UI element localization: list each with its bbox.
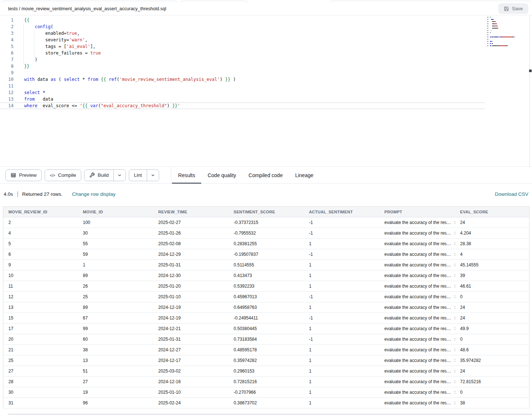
cell-actual_sentiment: 1 [304,377,379,387]
table-row: 15672024-12-19-0.24954411-1evaluate the … [3,313,529,324]
minimap[interactable] [486,16,528,48]
file-tab-partial[interactable] [1,1,178,2]
tab-compiled-code[interactable]: Compiled code [242,167,289,183]
cell-prompt: evaluate the accuracy of the res… [379,281,455,292]
prompt-cell-text: evaluate the accuracy of the res… [385,379,451,384]
prompt-expand-icon[interactable] [453,337,455,341]
table-row: 31962025-02-240.386737021evaluate the ac… [3,398,529,408]
prompt-cell-text: evaluate the accuracy of the res… [385,231,451,236]
cell-movie_id: 30 [78,228,153,239]
cell-actual_sentiment: -1 [304,217,379,228]
prompt-expand-icon[interactable] [453,263,455,267]
prompt-cell-text: evaluate the accuracy of the res… [385,241,451,246]
cell-review_time: 2024-12-29 [153,249,229,260]
cell-movie_id: 27 [78,377,153,387]
cell-eval_score: 49.9 [455,324,529,334]
prompt-cell-text: evaluate the accuracy of the res… [385,220,451,225]
cell-sentiment_score: 0.5114555 [229,260,304,270]
cell-movie_id: 89 [78,302,153,313]
prompt-expand-icon[interactable] [453,380,455,384]
horizontal-scrollbar[interactable] [8,414,532,415]
results-panel: MOVIE_REVIEW_IDMOVIE_IDREVIEW_TIMESENTIM… [0,204,532,415]
cell-actual_sentiment: 1 [304,281,379,292]
prompt-expand-icon[interactable] [453,242,455,246]
cell-actual_sentiment: 1 [304,270,379,281]
prompt-expand-icon[interactable] [453,221,455,224]
lint-button-label: Lint [134,172,142,178]
prompt-expand-icon[interactable] [453,359,455,362]
file-tab-partial[interactable] [329,1,531,2]
lint-button[interactable]: Lint [129,170,147,181]
prompt-expand-icon[interactable] [453,348,455,352]
prompt-expand-icon[interactable] [453,295,455,299]
preview-table-icon [11,172,16,178]
prompt-cell-text: evaluate the accuracy of the res… [385,400,451,405]
breadcrumb: tests / movie_review_sentiment_analysis_… [8,6,166,11]
line-number: 10 [0,77,14,82]
cell-movie_id: 100 [78,217,153,228]
tab-lineage[interactable]: Lineage [289,167,320,183]
cell-prompt: evaluate the accuracy of the res… [379,260,455,270]
prompt-cell-text: evaluate the accuracy of the res… [385,315,451,321]
code-line: 8}} [0,63,532,70]
prompt-cell-text: evaluate the accuracy of the res… [385,305,451,310]
build-button[interactable]: Build [85,170,113,181]
prompt-expand-icon[interactable] [453,306,455,309]
table-row: 13892024-12-190.649587631evaluate the ac… [3,302,529,313]
cell-movie_id: 1 [78,260,153,270]
preview-button-label: Preview [19,172,37,178]
prompt-expand-icon[interactable] [453,390,455,394]
prompt-expand-icon[interactable] [453,231,455,235]
cell-prompt: evaluate the accuracy of the res… [379,345,455,355]
cell-prompt: evaluate the accuracy of the res… [379,313,455,324]
table-row: 25132024-12-170.359742821evaluate the ac… [3,355,529,366]
prompt-expand-icon[interactable] [453,401,455,405]
compile-button-label: Compile [58,172,76,178]
editor-scrollbar-marker[interactable] [529,70,532,72]
cell-movie_review_id: 6 [3,249,78,260]
cell-movie_id: 55 [78,239,153,249]
tab-results[interactable]: Results [172,167,202,183]
cell-review_time: 2025-01-20 [153,281,229,292]
code-line: 4 severity='warn', [0,37,532,43]
cell-eval_score: 24 [455,313,529,324]
results-tab-bar: Results Code quality Compiled code Linea… [171,167,320,183]
cell-review_time: 2025-01-26 [153,228,229,239]
prompt-expand-icon[interactable] [453,253,455,256]
code-editor[interactable]: 1{{2 config(3 enabled=true,4 severity='w… [0,15,532,167]
cell-eval_score: 0 [455,334,529,345]
prompt-cell-text: evaluate the accuracy of the res… [385,252,451,257]
prompt-expand-icon[interactable] [453,316,455,320]
cell-movie_id: 96 [78,398,153,408]
cell-movie_id: 60 [78,334,153,345]
cell-eval_score: 45.14555 [455,260,529,270]
build-button-label: Build [98,172,109,178]
prompt-expand-icon[interactable] [453,274,455,277]
cell-actual_sentiment: 1 [304,324,379,334]
save-button[interactable]: Save [498,3,528,14]
cell-review_time: 2025-02-27 [153,217,229,228]
build-dropdown-button[interactable] [113,170,125,181]
prompt-expand-icon[interactable] [453,284,455,288]
cell-movie_review_id: 17 [3,324,78,334]
editor-scrollbar[interactable] [529,15,530,167]
lint-dropdown-button[interactable] [147,170,159,181]
code-area[interactable]: 1{{2 config(3 enabled=true,4 severity='w… [0,17,532,109]
change-row-display-link[interactable]: Change row display [72,191,116,197]
code-line: 14where eval_score <= '{{ var("eval_accu… [0,102,485,109]
preview-button[interactable]: Preview [5,169,42,181]
cell-eval_score: 28.38 [455,239,529,249]
download-csv-link[interactable]: Download CSV [495,191,529,197]
cell-movie_id: 25 [78,292,153,302]
cell-eval_score: 24 [455,302,529,313]
compile-button[interactable]: </> Compile [45,169,81,181]
prompt-expand-icon[interactable] [453,327,455,330]
cell-sentiment_score: 0.38673702 [229,398,304,408]
cell-review_time: 2024-12-19 [153,302,229,313]
tab-code-quality[interactable]: Code quality [201,167,242,183]
file-tab-partial[interactable] [180,1,248,2]
prompt-expand-icon[interactable] [453,369,455,373]
build-button-group: Build [84,169,126,181]
cell-movie_review_id: 13 [3,302,78,313]
cell-movie_review_id: 15 [3,313,78,324]
